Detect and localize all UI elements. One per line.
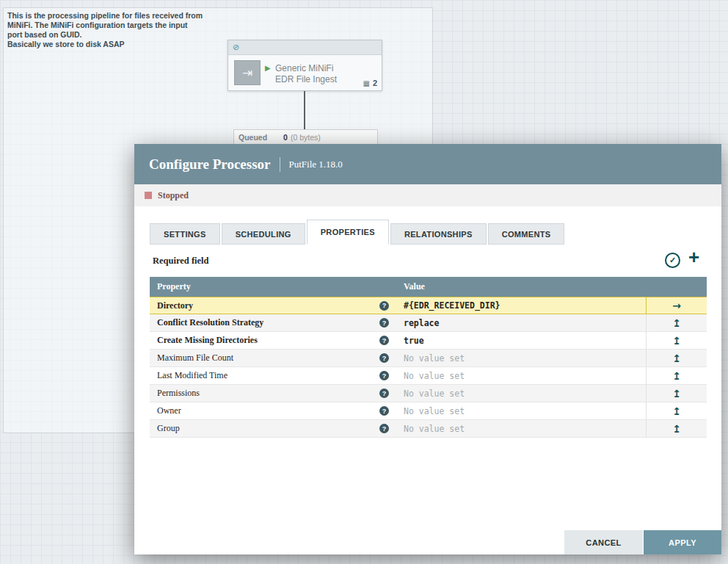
level-up-icon[interactable]: ↥ [672, 424, 681, 434]
property-name: Permissions [157, 388, 200, 399]
property-name: Maximum File Count [157, 352, 233, 364]
processor-type-icon: ⇥ [234, 60, 261, 85]
action-cell: ↥ [646, 350, 707, 366]
dialog-tabs: SETTINGS SCHEDULING PROPERTIES RELATIONS… [150, 218, 566, 245]
property-name: Group [157, 423, 180, 434]
stopped-status-icon [145, 192, 152, 199]
check-circle-icon: ✓ [669, 256, 676, 265]
table-row[interactable]: Maximum File Count ? No value set ↥ [150, 350, 707, 367]
tab-label: SCHEDULING [236, 230, 291, 239]
action-cell: ↥ [646, 332, 707, 349]
dialog-subtitle: PutFile 1.18.0 [280, 157, 343, 172]
required-field-label: Required field [153, 256, 209, 267]
apply-button[interactable]: APPLY [644, 530, 721, 554]
properties-table: Property Value Directory ? #{EDR_RECEIVE… [150, 277, 707, 438]
run-status-play-icon: ▶ [265, 64, 271, 72]
plus-icon: + [688, 246, 699, 268]
tasks-grid-icon: ▦ [363, 79, 369, 87]
tab-label: PROPERTIES [321, 228, 375, 236]
tab-properties[interactable]: PROPERTIES [307, 220, 389, 245]
connection-line [304, 91, 305, 130]
dialog-title: Configure Processor [149, 156, 271, 173]
level-up-icon[interactable]: ↥ [672, 371, 681, 381]
go-to-arrow-icon[interactable]: → [672, 300, 681, 311]
property-value[interactable]: No value set [396, 367, 646, 384]
property-name-cell: Owner ? [150, 402, 396, 419]
property-name: Create Missing Directories [157, 335, 258, 346]
dialog-buttons: CANCEL APPLY [564, 530, 721, 554]
configure-processor-dialog: Configure Processor PutFile 1.18.0 Stopp… [134, 144, 721, 554]
action-cell: ↥ [646, 314, 707, 331]
cancel-button[interactable]: CANCEL [564, 530, 643, 554]
action-cell: ↥ [646, 420, 707, 437]
help-icon[interactable]: ? [379, 406, 389, 416]
queued-size: (0 bytes) [291, 133, 321, 142]
property-value[interactable]: No value set [396, 350, 646, 366]
queued-text: Queued [239, 133, 267, 142]
property-name: Last Modified Time [157, 370, 228, 381]
help-icon[interactable]: ? [379, 371, 389, 380]
property-value[interactable]: true [396, 332, 646, 349]
properties-table-header: Property Value [150, 277, 707, 297]
property-value[interactable]: No value set [396, 420, 646, 437]
status-text: Stopped [158, 190, 189, 201]
table-row[interactable]: Owner ? No value set ↥ [150, 402, 707, 420]
property-name: Owner [157, 405, 181, 416]
property-value[interactable]: No value set [396, 402, 646, 419]
property-value[interactable]: #{EDR_RECEIVED_DIR} [396, 297, 646, 314]
property-name-cell: Create Missing Directories ? [150, 332, 396, 349]
nifi-canvas[interactable]: This is the processing pipeline for file… [0, 0, 728, 564]
canvas-annotation-label[interactable]: This is the processing pipeline for file… [7, 11, 235, 49]
table-row[interactable]: Group ? No value set ↥ [150, 420, 707, 438]
level-up-icon[interactable]: ↥ [672, 406, 681, 416]
action-cell: ↥ [646, 385, 707, 402]
dialog-header: Configure Processor PutFile 1.18.0 [134, 144, 721, 184]
tab-relationships[interactable]: RELATIONSHIPS [390, 223, 487, 245]
property-name: Conflict Resolution Strategy [157, 317, 263, 328]
verify-properties-button[interactable]: ✓ [665, 253, 680, 268]
level-up-icon[interactable]: ↥ [672, 353, 681, 364]
help-icon[interactable]: ? [379, 336, 389, 345]
tab-comments[interactable]: COMMENTS [488, 223, 565, 245]
property-name-cell: Directory ? [150, 297, 396, 314]
level-up-icon[interactable]: ↥ [672, 336, 681, 346]
table-row[interactable]: Directory ? #{EDR_RECEIVED_DIR} → [150, 297, 707, 314]
table-row[interactable]: Conflict Resolution Strategy ? replace ↥ [150, 314, 707, 332]
help-icon[interactable]: ? [379, 424, 389, 433]
tab-label: COMMENTS [502, 230, 551, 239]
help-icon[interactable]: ? [379, 388, 389, 398]
processor-component[interactable]: ⊘ ⇥ ▶ Generic MiNiFi EDR File Ingest ▦ 2 [228, 40, 382, 91]
property-name-cell: Conflict Resolution Strategy ? [150, 314, 396, 331]
help-icon[interactable]: ? [379, 353, 389, 363]
tasks-count: 2 [373, 79, 377, 87]
help-icon[interactable]: ? [379, 301, 389, 311]
tab-settings[interactable]: SETTINGS [150, 223, 220, 245]
help-icon[interactable]: ? [379, 318, 389, 328]
processor-state-icon: ⊘ [233, 43, 239, 52]
property-name-cell: Permissions ? [150, 385, 396, 402]
tab-label: RELATIONSHIPS [404, 230, 473, 239]
property-value[interactable]: replace [396, 314, 646, 331]
property-name: Directory [157, 300, 193, 311]
processor-tasks-badge: ▦ 2 [363, 79, 377, 87]
processor-name: Generic MiNiFi EDR File Ingest [275, 63, 337, 85]
action-cell: → [646, 297, 707, 314]
table-row[interactable]: Permissions ? No value set ↥ [150, 385, 707, 402]
queued-count: 0 [283, 133, 288, 142]
status-bar: Stopped [134, 184, 721, 206]
property-name-cell: Last Modified Time ? [150, 367, 396, 384]
connection-queue-label[interactable]: Queued 0 (0 bytes) [233, 129, 378, 145]
property-name-cell: Group ? [150, 420, 396, 437]
column-header-property: Property [150, 281, 396, 292]
add-property-button[interactable]: + [688, 247, 699, 267]
level-up-icon[interactable]: ↥ [672, 318, 681, 328]
tab-scheduling[interactable]: SCHEDULING [222, 223, 305, 245]
properties-table-body: Directory ? #{EDR_RECEIVED_DIR} → Confli… [150, 297, 707, 438]
table-row[interactable]: Create Missing Directories ? true ↥ [150, 332, 707, 350]
property-name-cell: Maximum File Count ? [150, 350, 396, 366]
action-cell: ↥ [646, 367, 707, 384]
level-up-icon[interactable]: ↥ [672, 388, 681, 399]
table-row[interactable]: Last Modified Time ? No value set ↥ [150, 367, 707, 385]
action-cell: ↥ [646, 402, 707, 419]
property-value[interactable]: No value set [396, 385, 646, 402]
